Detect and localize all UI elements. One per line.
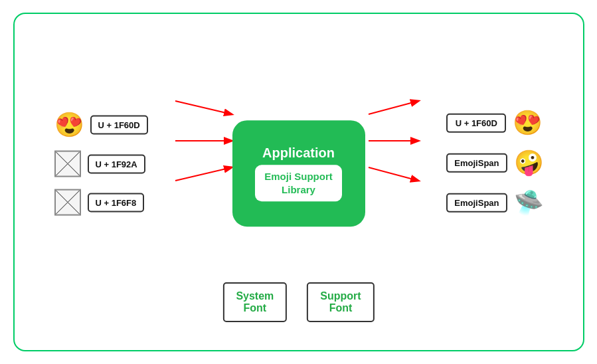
output-box-2: EmojiSpan <box>446 153 507 172</box>
bottom-font-boxes: SystemFont SupportFont <box>222 282 374 322</box>
left-inputs: 😍 U + 1F60D U + 1F92A U + 1F6F8 <box>54 111 148 216</box>
output-row-1: U + 1F60D 😍 <box>446 109 543 137</box>
app-label: Application <box>262 145 335 161</box>
diagram: 😍 U + 1F60D U + 1F92A U + 1F6F8 Applicat… <box>15 14 583 350</box>
input-row-2: U + 1F92A <box>54 151 148 177</box>
system-font-box: SystemFont <box>222 282 287 322</box>
code-box-1: U + 1F60D <box>90 115 148 134</box>
outer-border: 😍 U + 1F60D U + 1F92A U + 1F6F8 Applicat… <box>13 13 584 351</box>
output-box-1: U + 1F60D <box>446 113 506 132</box>
input-row-1: 😍 U + 1F60D <box>54 111 148 139</box>
emoji-1: 😍 <box>54 111 84 139</box>
unsupported-icon-2 <box>54 151 81 177</box>
right-outputs: U + 1F60D 😍 EmojiSpan 🤪 EmojiSpan 🛸 <box>446 109 543 217</box>
support-font-box: SupportFont <box>307 282 374 322</box>
inner-library-box: Emoji SupportLibrary <box>255 165 342 201</box>
output-box-3: EmojiSpan <box>446 193 507 212</box>
output-row-3: EmojiSpan 🛸 <box>446 189 543 217</box>
output-row-2: EmojiSpan 🤪 <box>446 149 543 177</box>
svg-line-0 <box>175 101 232 114</box>
output-emoji-1: 😍 <box>513 109 542 137</box>
center-application-box: Application Emoji SupportLibrary <box>232 120 365 227</box>
svg-line-2 <box>175 167 232 181</box>
input-row-3: U + 1F6F8 <box>54 189 148 216</box>
output-emoji-2: 🤪 <box>514 149 543 177</box>
code-box-2: U + 1F92A <box>88 154 145 173</box>
svg-line-5 <box>369 167 418 181</box>
unsupported-icon-3 <box>54 189 81 216</box>
code-box-3: U + 1F6F8 <box>88 193 145 212</box>
output-emoji-3: 🛸 <box>514 189 543 217</box>
svg-line-3 <box>369 101 418 114</box>
